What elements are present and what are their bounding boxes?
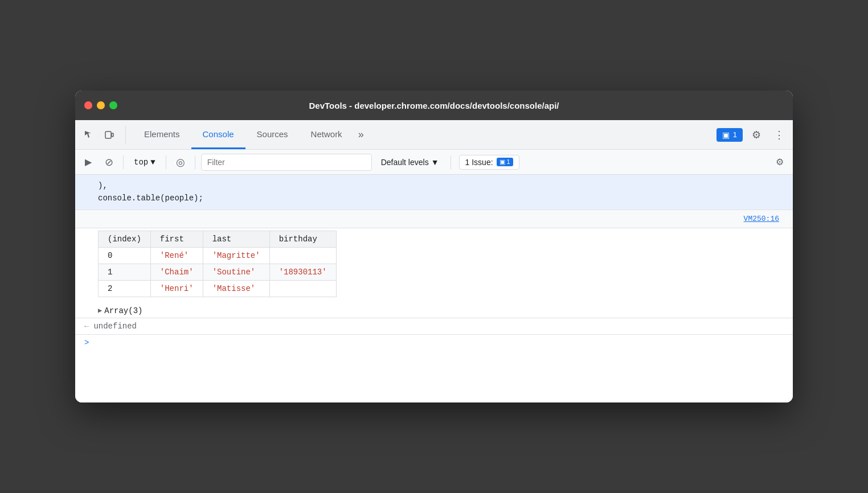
sidebar-toggle-button[interactable]: ▶ [80, 154, 97, 171]
table-row: 1 'Chaim' 'Soutine' '18930113' [99, 264, 337, 280]
tab-elements[interactable]: Elements [133, 120, 191, 149]
console-toolbar: ▶ ⊘ top ▼ ◎ Default levels ▼ 1 Issue: ▣ … [75, 150, 793, 175]
cell-birthday-2 [269, 280, 336, 297]
minimize-button[interactable] [97, 101, 105, 109]
issue-badge[interactable]: ▣ 1 [716, 128, 743, 142]
close-button[interactable] [84, 101, 92, 109]
cell-first-1: 'Chaim' [150, 264, 203, 280]
chevron-down-icon: ▼ [150, 158, 155, 167]
return-arrow-icon: ← [84, 322, 89, 331]
vm-link[interactable]: VM250:16 [739, 212, 784, 225]
clear-console-button[interactable]: ⊘ [100, 154, 117, 171]
code-line-1: ), [98, 179, 784, 192]
context-selector[interactable]: top ▼ [129, 155, 160, 169]
device-toggle-button[interactable] [100, 126, 118, 144]
devtools-window: DevTools - developer.chrome.com/docs/dev… [75, 91, 793, 402]
main-tabs: Elements Console Sources Network » [133, 120, 716, 149]
table-row: 2 'Henri' 'Matisse' [99, 280, 337, 297]
window-title: DevTools - developer.chrome.com/docs/dev… [309, 101, 559, 110]
console-table-wrapper: (index) first last birthday 0 'René' 'Ma… [75, 231, 793, 304]
table-header-row: (index) first last birthday [99, 231, 337, 247]
cell-index-2: 2 [99, 280, 151, 297]
issue-count-icon: ▣ 1 [497, 158, 513, 166]
issue-count-button[interactable]: 1 Issue: ▣ 1 [459, 155, 519, 170]
code-line-2: console.table(people); [98, 192, 784, 204]
issue-badge-icon: ▣ [722, 130, 730, 139]
tab-sources[interactable]: Sources [245, 120, 300, 149]
cell-birthday-0 [269, 247, 336, 264]
traffic-lights [84, 101, 117, 109]
toolbar-separator-3 [195, 155, 195, 169]
settings-button[interactable]: ⚙ [747, 126, 765, 144]
undefined-value: undefined [93, 322, 137, 331]
undefined-row: ← undefined [75, 318, 793, 334]
toolbar-separator-1 [123, 155, 124, 169]
svg-rect-1 [112, 133, 113, 137]
code-block: ), console.table(people); [75, 175, 793, 210]
vm-link-row: VM250:16 [75, 210, 793, 228]
array-expand-button[interactable]: ▶ Array(3) [75, 304, 793, 318]
cell-first-0: 'René' [150, 247, 203, 264]
tab-network[interactable]: Network [300, 120, 354, 149]
tab-right-actions: ▣ 1 ⚙ ⋮ [716, 126, 788, 144]
prompt-arrow-icon: > [84, 338, 89, 347]
inspect-icon-button[interactable] [80, 126, 98, 144]
filter-input[interactable] [201, 154, 372, 171]
tab-icon-group [80, 126, 126, 144]
cell-last-2: 'Matisse' [203, 280, 269, 297]
console-table: (index) first last birthday 0 'René' 'Ma… [98, 231, 337, 297]
cell-first-2: 'Henri' [150, 280, 203, 297]
title-bar: DevTools - developer.chrome.com/docs/dev… [75, 91, 793, 120]
cell-birthday-1: '18930113' [269, 264, 336, 280]
levels-chevron-icon: ▼ [431, 158, 439, 167]
default-levels-button[interactable]: Default levels ▼ [375, 155, 445, 169]
cell-index-0: 0 [99, 247, 151, 264]
table-row: 0 'René' 'Magritte' [99, 247, 337, 264]
col-first: first [150, 231, 203, 247]
col-index: (index) [99, 231, 151, 247]
tab-bar: Elements Console Sources Network » ▣ 1 ⚙ [75, 120, 793, 150]
array-label: Array(3) [104, 306, 142, 315]
toolbar-separator-4 [451, 155, 451, 169]
eye-icon-button[interactable]: ◎ [172, 154, 189, 171]
more-options-button[interactable]: ⋮ [770, 126, 788, 144]
default-levels-label: Default levels [381, 158, 429, 167]
more-tabs-button[interactable]: » [354, 120, 369, 149]
tab-console[interactable]: Console [191, 120, 245, 149]
toolbar-separator-2 [166, 155, 166, 169]
maximize-button[interactable] [109, 101, 117, 109]
cell-last-1: 'Soutine' [203, 264, 269, 280]
expand-arrow-icon: ▶ [98, 306, 102, 315]
col-last: last [203, 231, 269, 247]
context-label: top [134, 158, 148, 167]
console-prompt[interactable]: > [75, 334, 793, 351]
col-birthday: birthday [269, 231, 336, 247]
console-settings-button[interactable]: ⚙ [771, 154, 788, 171]
console-content: ), console.table(people); VM250:16 (inde… [75, 175, 793, 402]
svg-rect-0 [105, 132, 111, 138]
cell-last-0: 'Magritte' [203, 247, 269, 264]
cell-index-1: 1 [99, 264, 151, 280]
